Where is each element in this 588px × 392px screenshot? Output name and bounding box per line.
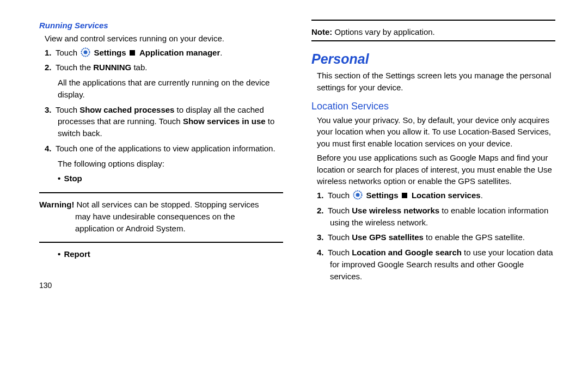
step-text: Touch — [328, 191, 352, 200]
step-4: 4.Touch one of the applications to view … — [56, 143, 283, 170]
bullet-stop: • Stop — [58, 173, 283, 185]
step-text: Touch the — [56, 63, 93, 72]
step-4-follow: The following options display: — [58, 158, 283, 170]
location-services-label: Location services — [412, 191, 481, 200]
running-services-steps: 1.Touch Settings Application manager. 2.… — [39, 47, 283, 170]
warning-label: Warning! — [39, 199, 74, 211]
heading-location-services: Location Services — [311, 99, 555, 113]
use-gps-label: Use GPS satellites — [352, 232, 424, 242]
running-tab-label: RUNNING — [93, 63, 131, 72]
divider — [311, 40, 555, 41]
svg-point-3 — [356, 193, 360, 197]
step-text: to enable the GPS satellite. — [424, 232, 525, 242]
show-services-label: Show services in use — [183, 117, 266, 126]
arrow-icon — [402, 193, 407, 198]
step-number: 3. — [317, 231, 328, 243]
settings-label: Settings — [366, 191, 398, 200]
step-4: 4.Touch Location and Google search to us… — [328, 247, 555, 282]
step-text: Touch — [56, 48, 79, 57]
step-text: Touch — [328, 232, 352, 242]
gear-icon — [81, 47, 90, 57]
gear-icon — [353, 190, 363, 200]
step-number: 2. — [317, 205, 328, 217]
step-number: 1. — [317, 189, 328, 201]
step-text: Touch — [328, 206, 352, 215]
step-number: 3. — [45, 104, 56, 116]
step-2: 2.Touch the RUNNING tab. All the applica… — [56, 62, 283, 100]
divider — [311, 20, 555, 21]
report-label: Report — [64, 249, 90, 259]
warning-line2: may have undesirable consequences on the — [75, 211, 283, 223]
app-manager-label: Application manager — [139, 48, 220, 57]
divider — [39, 242, 283, 243]
personal-body: This section of the Settings screen lets… — [317, 70, 555, 94]
step-text: tab. — [131, 63, 147, 72]
left-column: Running Services View and control servic… — [39, 20, 283, 291]
arrow-icon — [130, 50, 135, 56]
location-google-label: Location and Google search — [352, 248, 462, 257]
note-text: Options vary by application. — [332, 27, 434, 36]
use-wireless-label: Use wireless networks — [352, 206, 439, 215]
show-cached-label: Show cached processes — [79, 105, 174, 114]
step-1: 1.Touch Settings Location services. — [328, 189, 555, 201]
location-steps: 1.Touch Settings Location services. 2.To… — [311, 189, 555, 282]
warning-line3: application or Android System. — [75, 223, 283, 235]
step-text: Touch — [328, 248, 352, 257]
bullet-report: • Report — [58, 248, 283, 260]
svg-point-1 — [84, 50, 88, 54]
step-text: Touch — [56, 105, 79, 114]
location-body1: You value your privacy. So, by default, … — [317, 114, 555, 150]
note-box: Note: Options vary by application. — [311, 20, 555, 41]
bullet-dot: • — [58, 249, 60, 259]
divider — [39, 192, 283, 193]
running-services-intro: View and control services running on you… — [45, 33, 283, 45]
heading-personal: Personal — [311, 49, 555, 69]
step-2: 2.Touch Use wireless networks to enable … — [328, 205, 555, 229]
manual-page: Running Services View and control servic… — [0, 0, 588, 302]
right-column: Note: Options vary by application. Perso… — [311, 20, 555, 291]
step-text: Touch one of the applications to view ap… — [56, 144, 275, 153]
heading-running-services: Running Services — [39, 20, 283, 32]
note-label: Note: — [311, 27, 332, 36]
warning-line1: Not all services can be stopped. Stoppin… — [76, 199, 283, 211]
warning-box: Warning! Not all services can be stopped… — [39, 199, 283, 234]
stop-label: Stop — [64, 174, 82, 183]
bullet-dot: • — [58, 174, 60, 183]
step-number: 4. — [45, 143, 56, 155]
step-number: 2. — [45, 62, 56, 74]
step-number: 1. — [45, 47, 56, 59]
step-number: 4. — [317, 247, 328, 259]
settings-label: Settings — [94, 48, 126, 57]
step-2-follow: All the applications that are currently … — [58, 77, 283, 101]
page-number: 130 — [39, 280, 283, 291]
location-body2: Before you use applications such as Goog… — [317, 152, 555, 187]
step-3: 3.Touch Use GPS satellites to enable the… — [328, 231, 555, 243]
step-1: 1.Touch Settings Application manager. — [56, 47, 283, 59]
step-3: 3.Touch Show cached processes to display… — [56, 104, 283, 139]
